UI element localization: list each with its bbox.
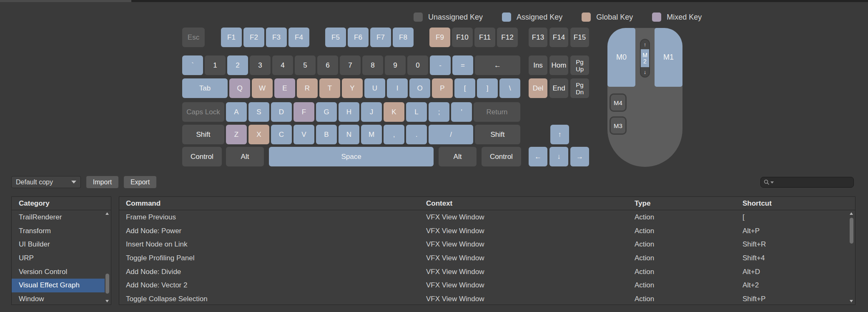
category-scrollbar-thumb[interactable] [105, 274, 109, 294]
key-r[interactable]: R [297, 78, 318, 98]
key-f4[interactable]: F4 [288, 28, 309, 47]
column-header-shortcut[interactable]: Shortcut [743, 197, 855, 210]
key-p[interactable]: P [432, 78, 453, 98]
key-5[interactable]: 5 [295, 55, 316, 75]
profile-dropdown[interactable]: Default copy [11, 176, 81, 188]
mouse-button-m1[interactable]: M1 [655, 28, 682, 87]
mouse-button-m3[interactable]: M3 [610, 116, 627, 135]
key-x[interactable]: X [248, 125, 269, 144]
key-2[interactable]: 2 [227, 55, 248, 75]
mouse-button-m4[interactable]: M4 [610, 93, 627, 112]
scroll-down-icon[interactable] [850, 300, 853, 302]
key-alt-right[interactable]: Alt [439, 147, 477, 166]
key-control-left[interactable]: Control [182, 147, 222, 166]
key-c[interactable]: C [271, 125, 292, 144]
key-a[interactable]: A [226, 102, 247, 122]
key-4[interactable]: 4 [272, 55, 293, 75]
key-delete[interactable]: Del [529, 78, 547, 98]
key-bracket-right[interactable]: ] [477, 78, 498, 98]
key-y[interactable]: Y [342, 78, 363, 98]
key-n[interactable]: N [339, 125, 359, 144]
category-item-ui-builder[interactable]: UI Builder [12, 238, 105, 252]
table-row[interactable]: Insert Node on LinkVFX View WindowAction… [119, 238, 849, 252]
key-f12[interactable]: F12 [497, 28, 518, 47]
table-row[interactable]: Add Node: Vector 2VFX View WindowActionA… [119, 279, 849, 292]
key-7[interactable]: 7 [340, 55, 361, 75]
key-control-right[interactable]: Control [482, 147, 521, 166]
key-m[interactable]: M [361, 125, 382, 144]
scroll-up-icon[interactable] [105, 212, 109, 215]
category-item-version-control[interactable]: Version Control [12, 265, 105, 279]
key-i[interactable]: I [387, 78, 408, 98]
key-backslash[interactable]: \ [499, 78, 520, 98]
window-tab[interactable] [0, 0, 131, 2]
key-shift-right[interactable]: Shift [475, 125, 520, 144]
column-header-type[interactable]: Type [635, 197, 743, 210]
key-comma[interactable]: , [384, 125, 404, 144]
key-f3[interactable]: F3 [266, 28, 287, 47]
key-f14[interactable]: F14 [549, 28, 568, 47]
key-t[interactable]: T [319, 78, 340, 98]
table-scrollbar[interactable] [849, 211, 854, 304]
key-semicolon[interactable]: ; [429, 102, 449, 122]
key-w[interactable]: W [252, 78, 273, 98]
key-f8[interactable]: F8 [393, 28, 414, 47]
key-9[interactable]: 9 [385, 55, 406, 75]
key-g[interactable]: G [316, 102, 337, 122]
category-scrollbar[interactable] [105, 211, 110, 304]
column-header-context[interactable]: Context [426, 197, 635, 210]
key-insert[interactable]: Ins [529, 55, 547, 75]
wheel-up-icon[interactable]: ↑ [641, 40, 649, 49]
key-quote[interactable]: ' [451, 102, 472, 122]
scroll-up-icon[interactable] [850, 212, 853, 215]
key-f15[interactable]: F15 [570, 28, 589, 47]
key-pg-dn[interactable]: Pg Dn [570, 78, 589, 98]
key-tab[interactable]: Tab [182, 78, 228, 98]
key-f11[interactable]: F11 [474, 28, 495, 47]
key-f9[interactable]: F9 [429, 28, 450, 47]
key-end[interactable]: End [549, 78, 568, 98]
export-button[interactable]: Export [124, 176, 156, 188]
key-j[interactable]: J [361, 102, 382, 122]
key-d[interactable]: D [271, 102, 292, 122]
category-item-window[interactable]: Window [12, 292, 105, 304]
key-f7[interactable]: F7 [370, 28, 391, 47]
key-minus[interactable]: - [430, 55, 451, 75]
key-h[interactable]: H [339, 102, 359, 122]
scroll-down-icon[interactable] [105, 300, 109, 302]
key-8[interactable]: 8 [362, 55, 383, 75]
key-f1[interactable]: F1 [221, 28, 242, 47]
search-input[interactable] [760, 177, 854, 188]
table-scrollbar-thumb[interactable] [850, 218, 853, 244]
key-arrow-up[interactable]: ↑ [550, 125, 569, 144]
category-item-urp[interactable]: URP [12, 252, 105, 265]
key-alt-left[interactable]: Alt [226, 147, 264, 166]
key-s[interactable]: S [248, 102, 269, 122]
key-k[interactable]: K [384, 102, 404, 122]
key-backtick[interactable]: ` [182, 55, 203, 75]
category-item-trailrenderer[interactable]: TrailRenderer [12, 211, 105, 224]
key-v[interactable]: V [294, 125, 314, 144]
key-e[interactable]: E [274, 78, 295, 98]
column-header-command[interactable]: Command [126, 197, 426, 210]
key-f[interactable]: F [294, 102, 314, 122]
mouse-button-m2[interactable]: M 2 [641, 49, 649, 67]
key-pg-up[interactable]: Pg Up [570, 55, 589, 75]
key-bracket-left[interactable]: [ [454, 78, 475, 98]
mouse-button-m0[interactable]: M0 [607, 28, 635, 87]
key-arrow-right[interactable]: → [570, 147, 589, 166]
key-home[interactable]: Hom [549, 55, 568, 75]
key-f2[interactable]: F2 [243, 28, 264, 47]
key-space[interactable]: Space [269, 147, 434, 166]
table-row[interactable]: Toggle Profiling PanelVFX View WindowAct… [119, 252, 849, 265]
key-6[interactable]: 6 [317, 55, 338, 75]
key-f13[interactable]: F13 [529, 28, 547, 47]
key-0[interactable]: 0 [407, 55, 428, 75]
key-slash[interactable]: / [429, 125, 473, 144]
table-row[interactable]: Frame PreviousVFX View WindowAction[ [119, 211, 849, 224]
key-f6[interactable]: F6 [348, 28, 369, 47]
key-f5[interactable]: F5 [325, 28, 346, 47]
key-z[interactable]: Z [226, 125, 247, 144]
key-l[interactable]: L [406, 102, 427, 122]
table-row[interactable]: Toggle Collapse SelectionVFX View Window… [119, 292, 849, 304]
